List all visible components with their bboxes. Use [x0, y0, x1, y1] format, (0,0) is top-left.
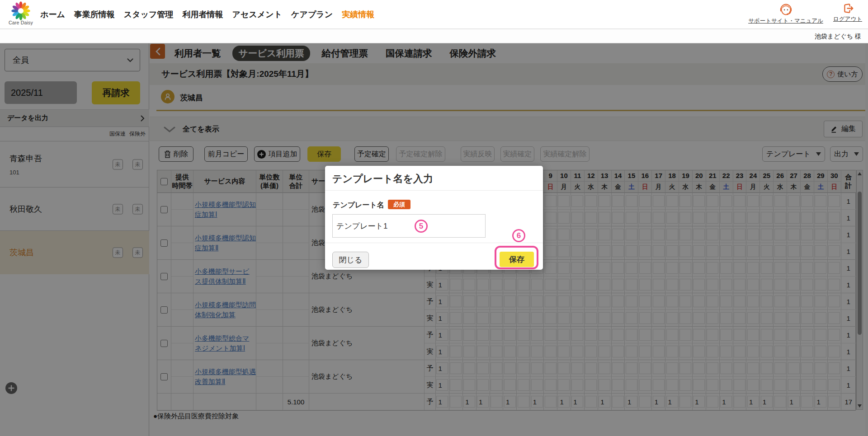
nav-item-staff-management[interactable]: スタッフ管理 — [124, 9, 174, 20]
account-bar: 池袋まどぐち 様 — [0, 29, 868, 43]
nav-item-home[interactable]: ホーム — [40, 9, 65, 20]
nav-item-office-info[interactable]: 事業所情報 — [74, 9, 115, 20]
save-button[interactable]: 保存 — [500, 252, 534, 267]
app-window: Care Daisy ホーム事業所情報スタッフ管理利用者情報アセスメントケアプラ… — [0, 0, 868, 436]
nav-item-performance-info[interactable]: 実績情報 — [342, 9, 374, 20]
top-navigation: Care Daisy ホーム事業所情報スタッフ管理利用者情報アセスメントケアプラ… — [0, 0, 868, 29]
logout-link-label[interactable]: ログアウト — [833, 15, 862, 23]
dialog-title: テンプレート名を入力 — [332, 172, 433, 186]
daisy-logo-icon — [11, 0, 31, 20]
logout-icon — [842, 2, 854, 14]
template-name-label: テンプレート名 — [333, 201, 384, 210]
main-nav: ホーム事業所情報スタッフ管理利用者情報アセスメントケアプラン実績情報 — [40, 0, 374, 29]
logout-link[interactable]: ログアウト — [832, 2, 863, 23]
support-operator-icon — [779, 2, 793, 16]
annotation-step-6: 6 — [512, 229, 525, 242]
nav-item-user-info[interactable]: 利用者情報 — [183, 9, 223, 20]
close-button[interactable]: 閉じる — [332, 252, 369, 268]
nav-item-assessment[interactable]: アセスメント — [232, 9, 283, 20]
dialog-divider — [325, 190, 543, 191]
dialog-footer-divider — [325, 243, 543, 243]
support-link[interactable]: サポートサイト・マニュアル — [748, 2, 823, 25]
support-link-label[interactable]: サポートサイト・マニュアル — [748, 17, 823, 25]
logo-text: Care Daisy — [6, 20, 35, 25]
template-name-value: テンプレート1 — [336, 221, 387, 231]
account-name: 池袋まどぐち 様 — [815, 29, 861, 43]
template-name-dialog: テンプレート名を入力 テンプレート名 必須 テンプレート1 閉じる 保存 5 6 — [325, 166, 543, 270]
template-name-input[interactable]: テンプレート1 — [332, 214, 486, 238]
nav-item-care-plan[interactable]: ケアプラン — [291, 9, 333, 20]
required-badge: 必須 — [388, 200, 410, 209]
app-logo[interactable]: Care Daisy — [6, 0, 35, 25]
annotation-step-5: 5 — [415, 220, 428, 233]
